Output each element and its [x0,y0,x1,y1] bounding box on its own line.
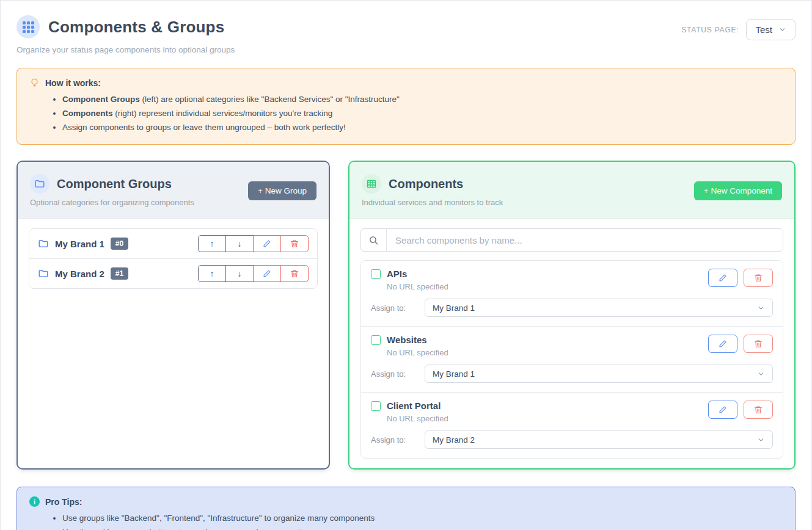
assign-to-label: Assign to: [371,303,425,313]
delete-component-button[interactable] [744,269,773,287]
move-group-down-button[interactable]: ↓ [225,235,254,252]
pro-tips-bullet: Use the up/down arrow buttons to reorder… [62,525,783,530]
pencil-icon [719,274,727,282]
trash-icon [754,339,763,348]
delete-group-button[interactable] [280,235,309,252]
pencil-icon [263,239,271,248]
how-it-works-list: Component Groups (left) are optional cat… [29,92,783,134]
chevron-down-icon [757,370,765,378]
folder-icon [38,238,49,249]
status-page-label: STATUS PAGE: [681,26,739,34]
component-search [360,228,783,252]
pencil-icon [719,339,727,348]
group-order-badge: #0 [111,238,128,250]
component-card: Client Portal No URL specified Assign to… [361,392,783,458]
assigned-group-value: My Brand 1 [433,303,475,313]
component-card: Websites No URL specified Assign to: [361,326,783,392]
trash-icon [290,269,299,278]
new-group-button[interactable]: + New Group [248,181,316,200]
component-url-note: No URL specified [387,282,448,291]
component-checkbox[interactable] [371,269,381,279]
pro-tips-list: Use groups like "Backend", "Frontend", "… [29,511,783,530]
how-it-works-box: How it works: Component Groups (left) ar… [16,68,796,145]
how-it-works-bullet: Components (right) represent individual … [62,106,783,120]
status-page-value: Test [755,24,772,35]
component-url-note: No URL specified [387,414,448,423]
component-card: APIs No URL specified Assign to: [361,261,783,326]
page: Components & Groups STATUS PAGE: Test Or… [0,0,812,530]
component-checkbox[interactable] [371,335,381,345]
assign-to-label: Assign to: [371,369,425,379]
component-name: Client Portal [387,401,441,411]
up-arrow-icon: ↑ [210,269,214,278]
group-name: My Brand 1 [55,239,104,249]
component-groups-panel: Component Groups Optional categories for… [16,161,330,470]
down-arrow-icon: ↓ [238,269,242,278]
group-row: My Brand 2 #1 ↑ ↓ [29,258,317,288]
up-arrow-icon: ↑ [210,239,214,249]
page-subtitle: Organize your status page components int… [16,45,796,54]
delete-component-button[interactable] [744,401,773,419]
trash-icon [754,274,763,282]
status-page-select[interactable]: Test [746,19,796,40]
group-order-badge: #1 [111,267,128,280]
edit-component-button[interactable] [708,401,737,419]
assigned-group-value: My Brand 1 [433,369,475,379]
trash-icon [290,239,299,248]
move-group-up-button[interactable]: ↑ [198,235,226,252]
assign-group-select[interactable]: My Brand 1 [425,365,773,383]
chevron-down-icon [757,304,765,312]
down-arrow-icon: ↓ [238,239,242,249]
trash-icon [754,405,763,414]
assign-group-select[interactable]: My Brand 1 [425,299,773,317]
component-name: APIs [387,269,407,279]
assigned-group-value: My Brand 2 [433,435,475,445]
move-group-down-button[interactable]: ↓ [225,265,254,282]
table-grid-icon [362,174,381,194]
pro-tips-box: i Pro Tips: Use groups like "Backend", "… [16,487,796,530]
folder-icon [38,268,49,279]
pro-tips-title: Pro Tips: [45,497,82,507]
component-list: APIs No URL specified Assign to: [360,260,783,459]
edit-component-button[interactable] [708,335,737,353]
new-component-button[interactable]: + New Component [694,181,782,200]
group-list: My Brand 1 #0 ↑ ↓ My Bra [29,228,318,289]
chevron-down-icon [778,26,786,34]
pencil-icon [719,405,727,414]
delete-group-button[interactable] [280,265,309,282]
search-icon [361,229,387,251]
folder-icon [30,174,49,194]
pencil-icon [263,269,271,278]
how-it-works-bullet: Assign components to groups or leave the… [62,120,783,134]
how-it-works-title: How it works: [45,78,101,88]
group-row: My Brand 1 #0 ↑ ↓ [29,229,317,258]
components-panel-title: Components [389,177,463,191]
page-header: Components & Groups STATUS PAGE: Test [16,15,796,40]
groups-panel-title: Component Groups [57,177,172,191]
components-panel: Components Individual services and monit… [348,161,796,470]
components-panel-subtitle: Individual services and monitors to trac… [362,198,503,207]
groups-panel-subtitle: Optional categories for organizing compo… [30,198,194,207]
assign-group-select[interactable]: My Brand 2 [425,430,773,449]
chevron-down-icon [757,436,765,444]
component-checkbox[interactable] [371,401,381,411]
edit-group-button[interactable] [253,265,281,282]
components-grid-icon [16,15,40,38]
move-group-up-button[interactable]: ↑ [198,265,226,282]
delete-component-button[interactable] [744,335,773,353]
pro-tips-bullet: Use groups like "Backend", "Frontend", "… [62,511,783,525]
edit-group-button[interactable] [253,235,281,252]
group-name: My Brand 2 [55,269,104,279]
how-it-works-bullet: Component Groups (left) are optional cat… [62,92,783,106]
search-input[interactable] [387,229,783,251]
component-name: Websites [387,335,427,345]
page-title: Components & Groups [48,18,224,37]
info-icon: i [29,496,40,507]
component-url-note: No URL specified [387,348,448,357]
lightbulb-icon [29,78,40,88]
edit-component-button[interactable] [708,269,737,287]
assign-to-label: Assign to: [371,435,425,445]
